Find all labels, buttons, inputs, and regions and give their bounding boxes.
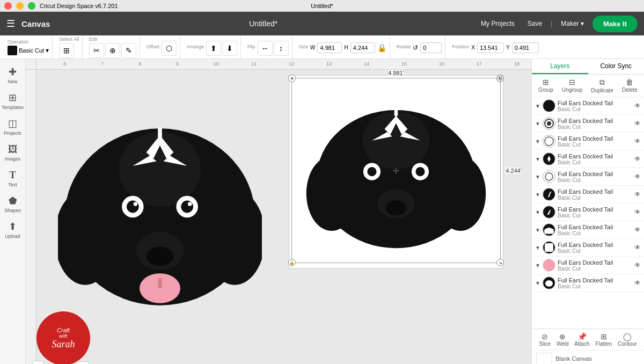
edit-btn3[interactable]: ✎	[121, 43, 136, 58]
layer-expand-8: ▼	[535, 245, 540, 251]
layers-list[interactable]: ▼ Full Ears Docked Tail Basic Cut 👁 ▼ Fu…	[532, 97, 644, 329]
layer-expand-7: ▼	[535, 227, 540, 233]
header-left: ☰ Canvas	[6, 18, 50, 30]
height-input[interactable]	[350, 42, 375, 53]
flip-v-btn[interactable]: ↕	[274, 41, 289, 56]
my-projects-button[interactable]: My Projects	[477, 18, 519, 30]
zoom-fit-button[interactable]: ⊡	[76, 361, 89, 365]
canvas-body[interactable]: 4.981' 4.244' ✕ ↻ 🔒 ↘	[26, 70, 531, 364]
templates-icon: ⊞	[9, 92, 17, 104]
layer-thumb-7	[543, 223, 555, 236]
arrange-btn1[interactable]: ⬆	[206, 41, 221, 56]
operation-dropdown-icon[interactable]: ▾	[46, 47, 49, 54]
blank-canvas-row[interactable]: Blank Canvas	[532, 351, 644, 364]
layer-item-4[interactable]: ▼ Full Ears Docked Tail Basic Cut 👁	[532, 168, 644, 186]
layer-item-5[interactable]: ▼ Full Ears Docked Tail Basic Cut 👁	[532, 186, 644, 203]
slice-button[interactable]: ⊘ Slice	[537, 331, 553, 348]
selection-box[interactable]: 4.981' 4.244' ✕ ↻ 🔒 ↘	[291, 78, 501, 263]
hamburger-icon[interactable]: ☰	[6, 18, 15, 30]
tab-layers[interactable]: Layers	[532, 59, 588, 74]
edit-field: Edit ✂ ⊕ ✎	[89, 37, 136, 58]
sidebar-item-projects[interactable]: ◫ Projects	[2, 115, 24, 139]
layer-expand-0: ▼	[535, 103, 540, 109]
layer-item-2[interactable]: ▼ Full Ears Docked Tail Basic Cut 👁	[532, 133, 644, 150]
layer-info-6: Full Ears Docked Tail Basic Cut	[558, 206, 632, 219]
maker-button[interactable]: Maker ▾	[557, 18, 588, 30]
layer-eye-8[interactable]: 👁	[634, 244, 641, 251]
attach-button[interactable]: 📌 Attach	[572, 331, 591, 348]
sidebar-item-new[interactable]: ✚ New	[2, 63, 24, 87]
width-input[interactable]	[317, 42, 342, 53]
sidebar-item-shapes[interactable]: ⬟ Shapes	[2, 192, 24, 216]
lock-ratio-icon[interactable]: 🔒	[377, 43, 386, 52]
layer-eye-9[interactable]: 👁	[634, 261, 641, 269]
titlebar-left: Cricut Design Space v6.7.201	[4, 2, 118, 10]
flip-h-btn[interactable]: ↔	[258, 41, 273, 56]
delete-button[interactable]: 🗑 Delete	[620, 77, 640, 94]
contour-button[interactable]: ◯ Contour	[616, 331, 639, 348]
layer-item-7[interactable]: ▼ Full Ears Docked Tail Basic Cut 👁	[532, 221, 644, 239]
ruler-num-7: 7	[101, 61, 104, 67]
sidebar-item-upload[interactable]: ⬆ Upload	[2, 218, 24, 242]
ungroup-button[interactable]: ⊟ Ungroup	[560, 77, 584, 94]
right-panel: Layers Color Sync ⊞ Group ⊟ Ungroup ⧉ Du…	[531, 59, 644, 364]
edit-btn1[interactable]: ✂	[89, 43, 104, 58]
layer-eye-5[interactable]: 👁	[634, 191, 641, 198]
zoom-out-button[interactable]: −	[32, 361, 43, 364]
sidebar-item-images[interactable]: 🖼 Images	[2, 141, 24, 164]
maximize-button[interactable]	[28, 2, 35, 10]
minimize-button[interactable]	[16, 2, 24, 10]
layer-eye-0[interactable]: 👁	[634, 102, 641, 110]
panel-toolbar: ⊞ Group ⊟ Ungroup ⧉ Duplicate 🗑 Delete	[532, 75, 644, 97]
layer-item-9[interactable]: ▼ Full Ears Docked Tail Basic Cut 👁	[532, 257, 644, 274]
weld-button[interactable]: ⊕ Weld	[554, 331, 571, 348]
layer-item-6[interactable]: ▼ Full Ears Docked Tail Basic Cut 👁	[532, 203, 644, 221]
layer-item-8[interactable]: ▼ Full Ears Docked Tail Basic Cut 👁	[532, 239, 644, 257]
layer-eye-1[interactable]: 👁	[634, 120, 641, 127]
layer-eye-6[interactable]: 👁	[634, 208, 641, 216]
layer-thumb-5	[543, 188, 555, 201]
ungroup-icon: ⊟	[569, 78, 575, 86]
layer-thumb-2	[543, 135, 555, 148]
layer-item-10[interactable]: ▼ Full Ears Docked Tail Basic Cut 👁	[532, 274, 644, 292]
layer-info-0: Full Ears Docked Tail Basic Cut	[558, 100, 632, 112]
layer-item-0[interactable]: ▼ Full Ears Docked Tail Basic Cut 👁	[532, 97, 644, 115]
arrange-section: Arrange ⬆ ⬇	[184, 35, 241, 59]
layer-item-3[interactable]: ▼ Full Ears Docked Tail Basic Cut 👁	[532, 150, 644, 168]
select-all-btn[interactable]: ⊞	[59, 43, 74, 58]
slice-icon: ⊘	[541, 332, 548, 341]
layer-eye-7[interactable]: 👁	[634, 226, 641, 234]
save-button[interactable]: Save	[523, 18, 546, 30]
layer-eye-3[interactable]: 👁	[634, 155, 641, 163]
bottom-toolbar: ⊘ Slice ⊕ Weld 📌 Attach ⊞ Flatten ◯ C	[532, 329, 644, 351]
sidebar-item-text[interactable]: T Text	[2, 166, 24, 190]
attach-icon: 📌	[577, 332, 587, 341]
layer-eye-4[interactable]: 👁	[634, 173, 641, 180]
ruler-num-6: 6	[63, 61, 66, 67]
size-section: Size W H 🔒	[296, 35, 390, 59]
sidebar-item-templates[interactable]: ⊞ Templates	[2, 89, 24, 113]
make-it-button[interactable]: Make It	[592, 16, 638, 32]
rotate-input[interactable]	[420, 42, 442, 53]
svg-point-16	[306, 156, 357, 231]
operation-section: Operation Basic Cut ▾	[4, 35, 53, 59]
arrange-btn2[interactable]: ⬇	[222, 41, 237, 56]
group-button[interactable]: ⊞ Group	[536, 77, 555, 94]
layer-info-8: Full Ears Docked Tail Basic Cut	[558, 242, 632, 254]
layer-item-1[interactable]: ▼ Full Ears Docked Tail Basic Cut 👁	[532, 115, 644, 133]
layer-eye-10[interactable]: 👁	[634, 279, 641, 287]
duplicate-button[interactable]: ⧉ Duplicate	[589, 77, 616, 94]
offset-btn[interactable]: ⬡	[162, 41, 177, 56]
close-button[interactable]	[4, 2, 12, 10]
svg-point-9	[181, 201, 193, 213]
ruler-num-12: 12	[289, 61, 294, 67]
x-input[interactable]	[477, 42, 504, 53]
canvas-area[interactable]: 6 7 8 9 10 11 12 13 14 15 16 17 18 19	[26, 59, 531, 364]
ruler-side	[26, 70, 36, 364]
y-input[interactable]	[512, 42, 539, 53]
svg-point-21	[367, 167, 376, 176]
tab-color-sync[interactable]: Color Sync	[588, 59, 645, 74]
layer-eye-2[interactable]: 👁	[634, 137, 641, 145]
edit-btn2[interactable]: ⊕	[105, 43, 120, 58]
flatten-button[interactable]: ⊞ Flatten	[594, 331, 614, 348]
